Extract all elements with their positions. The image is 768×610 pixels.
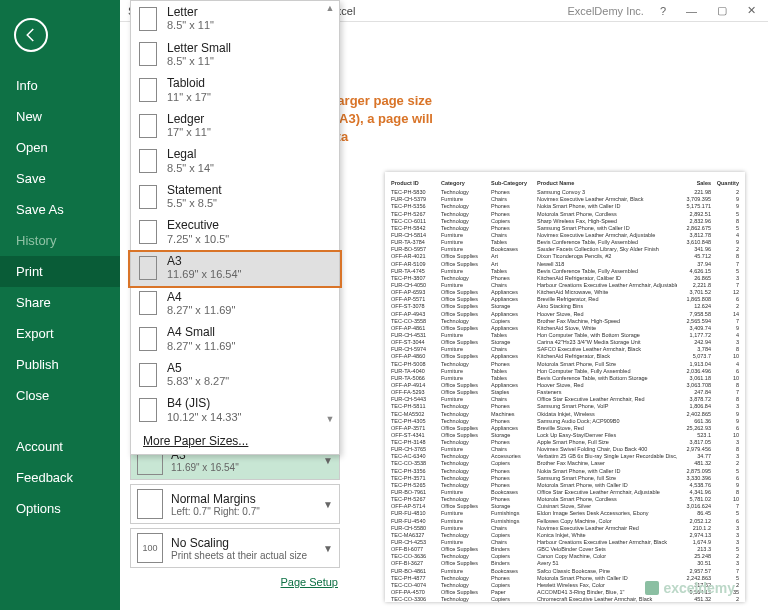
close-icon[interactable]: ✕ [743,4,760,17]
preview-row: FUR-TA-4745FurnitureTablesBevis Conferen… [391,268,739,275]
paper-dim: 8.5" x 11" [167,55,231,68]
paper-option-a4[interactable]: A48.27" x 11.69" [131,286,339,322]
paper-option-a3[interactable]: A311.69" x 16.54" [131,250,339,286]
paper-dim: 7.25" x 10.5" [167,233,229,246]
paper-option-letter-small[interactable]: Letter Small8.5" x 11" [131,37,339,73]
setting-paper-dim: 11.69" x 16.54" [171,462,239,473]
paper-option-a4-small[interactable]: A4 Small8.27" x 11.69" [131,321,339,357]
preview-row: TEC-PH-5267TechnologyPhonesMotorola Smar… [391,496,739,503]
preview-row: TEC-PH-5811TechnologyPhonesSamsung Smart… [391,403,739,410]
preview-row: FUR-CH-5974FurnitureChairsSAFCO Executiv… [391,346,739,353]
preview-row: OFF-AP-5714Office SuppliesStorageCuisina… [391,503,739,510]
preview-row: OFF-BI-3627Office SuppliesBindersAvery 5… [391,560,739,567]
sidebar-item-export[interactable]: Export [0,318,120,349]
sidebar-item-options[interactable]: Options [0,493,120,524]
sidebar-item-feedback[interactable]: Feedback [0,462,120,493]
sidebar-item-account[interactable]: Account [0,431,120,462]
margins-dropdown[interactable]: Normal Margins Left: 0.7" Right: 0.7" ▼ [130,484,340,524]
scroll-up-icon[interactable]: ▲ [326,3,335,13]
sidebar-item-info[interactable]: Info [0,70,120,101]
paper-name: B4 (JIS) [167,396,241,410]
paper-dim: 8.27" x 11.69" [167,304,235,317]
paper-dim: 17" x 11" [167,126,211,139]
preview-row: FUR-BO-4861FurnitureBookcasesSafco Class… [391,568,739,575]
preview-row: FUR-CH-3765FurnitureChairsNovimex Swivel… [391,446,739,453]
preview-row: TEC-PH-5008TechnologyPhonesMotorola Smar… [391,361,739,368]
paper-option-ledger[interactable]: Ledger17" x 11" [131,108,339,144]
sidebar-item-close[interactable]: Close [0,380,120,411]
page-icon [139,327,157,351]
preview-row: FUR-CH-4050FurnitureChairsHarbour Creati… [391,282,739,289]
paper-option-a5[interactable]: A55.83" x 8.27" [131,357,339,393]
setting-scaling-name: No Scaling [171,536,307,550]
preview-row: OFF-AP-4943Office SuppliesAppliancesHoov… [391,311,739,318]
preview-row: FUR-CH-4531FurnitureTablesHon Computer T… [391,332,739,339]
paper-name: A4 Small [167,325,235,339]
sidebar-item-save-as[interactable]: Save As [0,194,120,225]
page-icon [139,291,157,315]
page-icon [139,42,157,66]
preview-row: TEC-CO-3306TechnologyCopiersChromecraft … [391,596,739,602]
sidebar-item-print[interactable]: Print [0,256,120,287]
scaling-dropdown[interactable]: 100 No Scaling Print sheets at their act… [130,528,340,568]
print-preview: Product IDCategorySub-CategoryProduct Na… [385,172,745,602]
arrow-left-icon [22,26,40,44]
paper-name: A5 [167,361,229,375]
paper-dim: 11" x 17" [167,91,211,104]
sidebar-item-publish[interactable]: Publish [0,349,120,380]
preview-row: TEC-MA5502TechnologyMachinesOkidata Inkj… [391,411,739,418]
paper-option-b4-jis-[interactable]: B4 (JIS)10.12" x 14.33" [131,392,339,428]
page-icon [139,363,157,387]
page-setup-link[interactable]: Page Setup [130,572,340,592]
preview-row: OFF-AP-4860Office SuppliesAppliancesKitc… [391,353,739,360]
chevron-down-icon: ▼ [323,543,333,554]
page-icon [139,7,157,31]
preview-row: FUR-BO-5957FurnitureBookcasesSauder Face… [391,246,739,253]
preview-row: FUR-CH-5814FurnitureChairsNovimex Execut… [391,232,739,239]
preview-row: TEC-PH-5265TechnologyPhonesMotorola Smar… [391,482,739,489]
preview-row: TEC-PH-5830TechnologyPhonesSamsung Convo… [391,189,739,196]
restore-icon[interactable]: ▢ [713,4,731,17]
sidebar-item-share[interactable]: Share [0,287,120,318]
paper-name: Letter Small [167,41,231,55]
preview-row: TEC-CO-3558TechnologyCopiersBrother Fax … [391,318,739,325]
paper-dim: 10.12" x 14.33" [167,411,241,424]
page-icon [139,185,157,209]
preview-header: Product IDCategorySub-CategoryProduct Na… [391,180,739,187]
preview-row: FUR-TA-5066FurnitureTablesBevis Conferen… [391,375,739,382]
scroll-down-icon[interactable]: ▼ [326,414,335,424]
preview-row: TEC-PH-5842TechnologyPhonesSamsung Smart… [391,225,739,232]
more-paper-sizes[interactable]: More Paper Sizes... [131,428,339,454]
scrollbar[interactable]: ▲ ▼ [323,3,337,424]
sidebar-item-save[interactable]: Save [0,163,120,194]
paper-option-legal[interactable]: Legal8.5" x 14" [131,143,339,179]
paper-name: Letter [167,5,214,19]
preview-row: FUR-FU-4540FurnitureFurnishingsFellowes … [391,518,739,525]
paper-option-tabloid[interactable]: Tabloid11" x 17" [131,72,339,108]
watermark: exceldemy [645,580,735,596]
paper-name: Ledger [167,112,211,126]
setting-margins-detail: Left: 0.7" Right: 0.7" [171,506,260,517]
preview-row: OFF-FA-5293Office SuppliesStaplesFastene… [391,389,739,396]
minimize-icon[interactable]: — [682,5,701,17]
paper-name: A3 [167,254,241,268]
help-icon[interactable]: ? [656,5,670,17]
company-name: ExcelDemy Inc. [567,5,643,17]
paper-name: Statement [167,183,222,197]
margins-icon [137,489,163,519]
paper-option-executive[interactable]: Executive7.25" x 10.5" [131,214,339,250]
preview-row: OFF-ST-4341Office SuppliesStorageLock Up… [391,432,739,439]
back-button[interactable] [14,18,48,52]
paper-dim: 8.27" x 11.69" [167,340,235,353]
sidebar-item-open[interactable]: Open [0,132,120,163]
paper-option-letter[interactable]: Letter8.5" x 11" [131,1,339,37]
paper-dim: 8.5" x 14" [167,162,214,175]
preview-row: TEC-MA6327TechnologyCopiersKonica Inkjet… [391,532,739,539]
paper-dim: 11.69" x 16.54" [167,268,241,281]
sidebar-item-new[interactable]: New [0,101,120,132]
preview-row: FUR-TA-4040FurnitureTablesHon Computer T… [391,368,739,375]
sidebar-item-history[interactable]: History [0,225,120,256]
paper-option-statement[interactable]: Statement5.5" x 8.5" [131,179,339,215]
page-icon [139,78,157,102]
setting-scaling-detail: Print sheets at their actual size [171,550,307,561]
